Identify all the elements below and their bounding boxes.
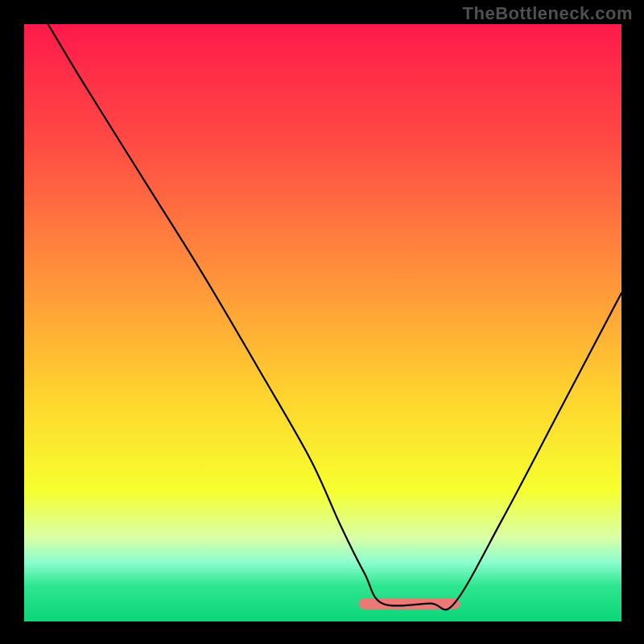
chart-frame: TheBottleneck.com <box>0 0 644 644</box>
gradient-background <box>24 24 621 621</box>
bottleneck-chart <box>0 0 644 644</box>
watermark-text: TheBottleneck.com <box>463 3 633 24</box>
